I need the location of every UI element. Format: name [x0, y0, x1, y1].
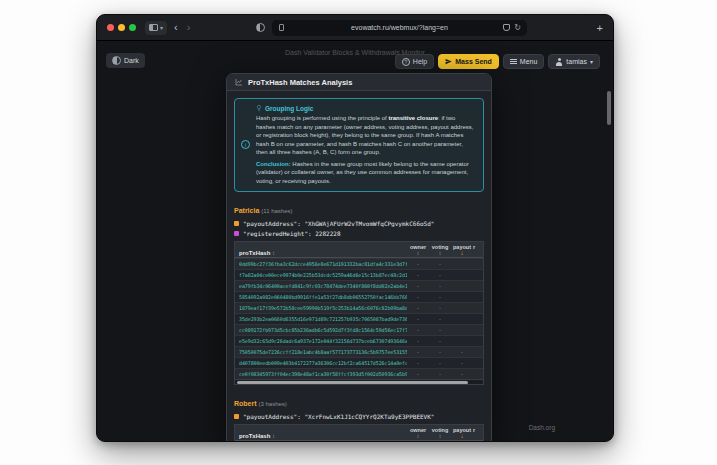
payout-cell: -: [451, 360, 473, 366]
column-header-protxhash[interactable]: proTxHash ↕: [239, 433, 407, 439]
theme-toggle-label: Dark: [124, 57, 139, 64]
protxhash-link[interactable]: d407800eedb009e403b4172277a36306cc12bf2c…: [239, 360, 407, 366]
group-header: Patricia (11 hashes): [234, 199, 484, 217]
sidebar-icon: [149, 24, 158, 31]
header-sort-row: proTxHash ↕↕↕↓: [239, 250, 479, 256]
voting-cell: -: [429, 272, 451, 278]
column-header-truncated: r: [473, 427, 479, 433]
owner-cell: -: [407, 338, 429, 344]
protxhash-link[interactable]: 75050075de7226ccff218e1abc4b8aaf57717377…: [239, 349, 407, 355]
sort-icon-active[interactable]: ↓: [451, 250, 473, 256]
owner-cell: -: [407, 294, 429, 300]
voting-cell: -: [429, 261, 451, 267]
contrast-icon[interactable]: [256, 23, 265, 32]
help-button[interactable]: ? Help: [395, 54, 434, 69]
browser-window: ▾ ‹ › evowatch.ru/webmux/?lang=en ↻ + Da…: [96, 14, 614, 442]
table-row: d407800eedb009e403b4172277a36306cc12bf2c…: [235, 357, 483, 368]
back-button[interactable]: ‹: [172, 22, 180, 33]
match-color-swatch: [234, 221, 239, 226]
matched-parameter-line: "payoutAddress": "XhGWAjAFUrW2vTMvomWfqC…: [234, 220, 484, 227]
hash-table: ownervotingpayoutrproTxHash ↕↕↕↓b6121113…: [234, 424, 484, 442]
payout-cell: -: [451, 371, 473, 377]
forward-button[interactable]: ›: [185, 22, 193, 33]
sidebar-toggle-button[interactable]: ▾: [145, 21, 167, 35]
mass-send-label: Mass Send: [455, 58, 492, 65]
send-icon: [445, 58, 452, 65]
group-hash-count: (3 hashes): [259, 401, 287, 407]
column-header-protxhash[interactable]: proTxHash ↕: [239, 250, 407, 256]
footer-link[interactable]: Dash.org: [529, 424, 555, 431]
matched-parameter-text: "registeredHeight": 2282228: [243, 230, 341, 237]
groups-container: Patricia (11 hashes)"payoutAddress": "Xh…: [234, 199, 484, 442]
reload-icon[interactable]: ↻: [514, 23, 521, 32]
table-row: 5854092a082e060480bd9916ffe1a53f27db8db0…: [235, 291, 483, 302]
menu-label: Menu: [520, 58, 538, 65]
page-background: Dash Validator Blocks & Withdrawals Moni…: [97, 41, 613, 441]
menu-button[interactable]: Menu: [503, 54, 545, 69]
user-menu-button[interactable]: tamias ▾: [548, 54, 600, 69]
matched-parameter-line: "registeredHeight": 2282228: [234, 230, 484, 237]
voting-cell: -: [429, 349, 451, 355]
hash-table-header: ownervotingpayoutrproTxHash ↕↕↕↓: [235, 242, 483, 258]
chart-icon: [235, 78, 243, 86]
table-row: cc089172fb973d5cbc85b236adb6c5d592d7f3fd…: [235, 324, 483, 335]
mass-send-button[interactable]: Mass Send: [438, 54, 499, 69]
match-color-swatch: [234, 414, 239, 419]
url-text: evowatch.ru/webmux/?lang=en: [351, 24, 448, 31]
owner-cell: -: [407, 360, 429, 366]
voting-cell: -: [429, 294, 451, 300]
owner-cell: -: [407, 327, 429, 333]
protxhash-link[interactable]: e5e9d32c65d9c26dadc6a937e172e044f32156d7…: [239, 338, 407, 344]
voting-cell: -: [429, 305, 451, 311]
sort-icon: ↕: [272, 250, 275, 256]
matched-parameter-line: "payoutAddress": "XcrFnwLxK1J1cCQYYrQ2KT…: [234, 413, 484, 420]
modal-body: i Grouping Logic Hash grouping is perfor…: [227, 91, 491, 442]
protxhash-link[interactable]: ea79fb34c06400acefd841c9fc03c78474dee734…: [239, 283, 407, 289]
new-tab-button[interactable]: +: [597, 22, 603, 34]
protxhash-link[interactable]: 5854092a082e060480bd9916ffe1a53f27db8db0…: [239, 294, 407, 300]
infobox-body: Hash grouping is performed using the pri…: [256, 114, 476, 157]
user-label: tamias: [566, 58, 587, 65]
privacy-badge-icon[interactable]: [503, 24, 510, 31]
zoom-window-button[interactable]: [129, 24, 136, 31]
browser-chrome: ▾ ‹ › evowatch.ru/webmux/?lang=en ↻ +: [97, 15, 613, 41]
minimize-window-button[interactable]: [118, 24, 125, 31]
protxhash-link[interactable]: f7a82a04ce00ece9974b0e225b53dcdc5259a46d…: [239, 272, 407, 278]
voting-cell: -: [429, 327, 451, 333]
sort-icon[interactable]: ↕: [407, 433, 429, 439]
horizontal-scrollbar[interactable]: [235, 379, 483, 384]
grouping-logic-infobox: i Grouping Logic Hash grouping is perfor…: [234, 98, 484, 192]
matched-parameter-text: "payoutAddress": "XcrFnwLxK1J1cCQYYrQ2KT…: [243, 413, 434, 420]
protxhash-modal: ProTxHash Matches Analysis i Grouping Lo…: [226, 73, 492, 442]
page-scrollbar[interactable]: [607, 91, 611, 125]
voting-cell: -: [429, 316, 451, 322]
sort-icon[interactable]: ↕: [429, 433, 451, 439]
protxhash-link[interactable]: ce0f08345973ff04ec398e48af1ca30f58ffcf39…: [239, 371, 407, 377]
address-bar[interactable]: evowatch.ru/webmux/?lang=en ↻: [272, 20, 527, 36]
hash-group-section: Robert (3 hashes)"payoutAddress": "XcrFn…: [234, 392, 484, 442]
group-name: Patricia: [234, 207, 261, 214]
table-row: b6121113962d9a8d010e5a1d0ccf20136d768f52…: [235, 441, 483, 442]
horizontal-scrollbar-thumb[interactable]: [237, 381, 468, 384]
sort-icon[interactable]: ↕: [429, 250, 451, 256]
matched-parameter-text: "payoutAddress": "XhGWAjAFUrW2vTMvomWfqC…: [243, 220, 434, 227]
match-color-swatch: [234, 231, 239, 236]
close-window-button[interactable]: [107, 24, 114, 31]
menu-icon: [510, 58, 517, 65]
sort-icon-active[interactable]: ↓: [451, 433, 473, 439]
owner-cell: -: [407, 349, 429, 355]
protxhash-link[interactable]: 1879eaf17f39e572b58cee59990b519f5c253b14…: [239, 305, 407, 311]
traffic-lights: [107, 24, 136, 31]
hash-table-body: 0dd99bc27f36fba3c62dcce4956e8e671d191332…: [235, 258, 483, 379]
voting-cell: -: [429, 338, 451, 344]
table-row: ea79fb34c06400acefd841c9fc03c78474dee734…: [235, 280, 483, 291]
protxhash-link[interactable]: cc089172fb973d5cbc85b236adb6c5d592d7f3fd…: [239, 327, 407, 333]
modal-title: ProTxHash Matches Analysis: [248, 78, 352, 87]
protxhash-link[interactable]: 35de293b2ea0660d6355d16e971d89c721257b93…: [239, 316, 407, 322]
sort-icon[interactable]: ↕: [407, 250, 429, 256]
help-icon: ?: [402, 58, 410, 66]
theme-toggle-button[interactable]: Dark: [106, 53, 145, 68]
dark-mode-icon: [112, 56, 121, 65]
protxhash-link[interactable]: 0dd99bc27f36fba3c62dcce4956e8e671d191332…: [239, 261, 407, 267]
table-row: 75050075de7226ccff218e1abc4b8aaf57717377…: [235, 346, 483, 357]
